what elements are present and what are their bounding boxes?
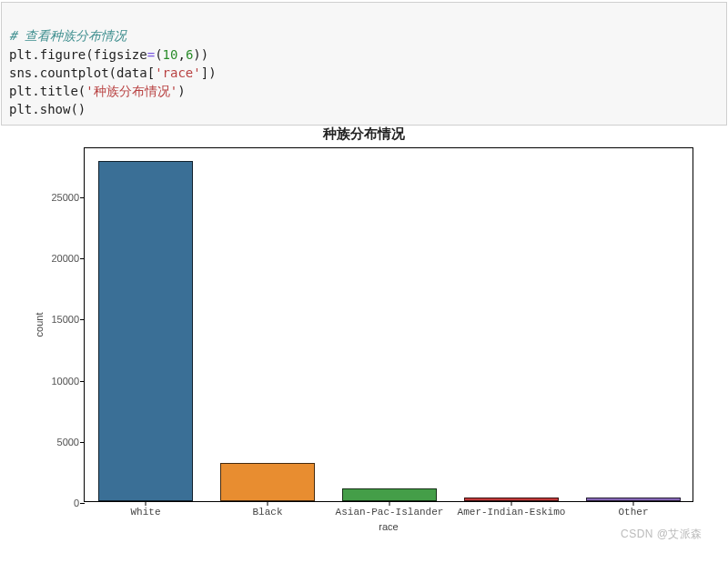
ytick-mark [80, 197, 85, 198]
code-token: 'race' [155, 65, 201, 80]
chart-axes: count race 0500010000150002000025000Whit… [84, 147, 693, 502]
ytick-label: 15000 [25, 314, 79, 325]
code-token: '种族分布情况' [86, 84, 177, 98]
ytick-label: 10000 [25, 376, 79, 387]
code-comment: # 查看种族分布情况 [9, 28, 126, 43]
chart-bar [98, 161, 194, 501]
chart-bar [342, 488, 438, 501]
code-token: plt.figure(figsize [9, 47, 147, 62]
code-token: = [147, 47, 155, 62]
code-token: 10 [163, 47, 178, 62]
ytick-label: 25000 [25, 192, 79, 203]
code-token: ( [155, 47, 162, 62]
ytick-label: 5000 [25, 437, 79, 447]
code-token: plt.title( [9, 84, 86, 98]
ytick-mark [80, 381, 85, 382]
ytick-mark [80, 258, 85, 259]
code-token: ]) [201, 65, 217, 80]
xtick-label: Other [618, 501, 648, 518]
ytick-mark [80, 319, 85, 320]
ytick-label: 20000 [25, 253, 79, 264]
chart-bar [220, 463, 316, 501]
xtick-label: Asian-Pac-Islander [336, 501, 444, 518]
ytick-mark [80, 503, 85, 504]
code-token: )) [193, 47, 208, 62]
chart-figure: 种族分布情况 count race 0500010000150002000025… [18, 118, 710, 546]
ytick-mark [80, 442, 85, 443]
code-token: sns.countplot(data[ [9, 65, 155, 80]
ytick-label: 0 [25, 498, 79, 508]
watermark: CSDN @艾派森 [621, 527, 703, 542]
chart-title: 种族分布情况 [18, 126, 710, 143]
xtick-label: Amer-Indian-Eskimo [458, 501, 566, 518]
code-cell: # 查看种族分布情况 plt.figure(figsize=(10,6)) sn… [1, 2, 727, 126]
code-token: plt.show() [9, 102, 86, 116]
xtick-label: Black [252, 501, 282, 518]
xtick-label: White [130, 501, 160, 518]
code-token: , [177, 47, 185, 62]
code-token: ) [177, 84, 185, 98]
